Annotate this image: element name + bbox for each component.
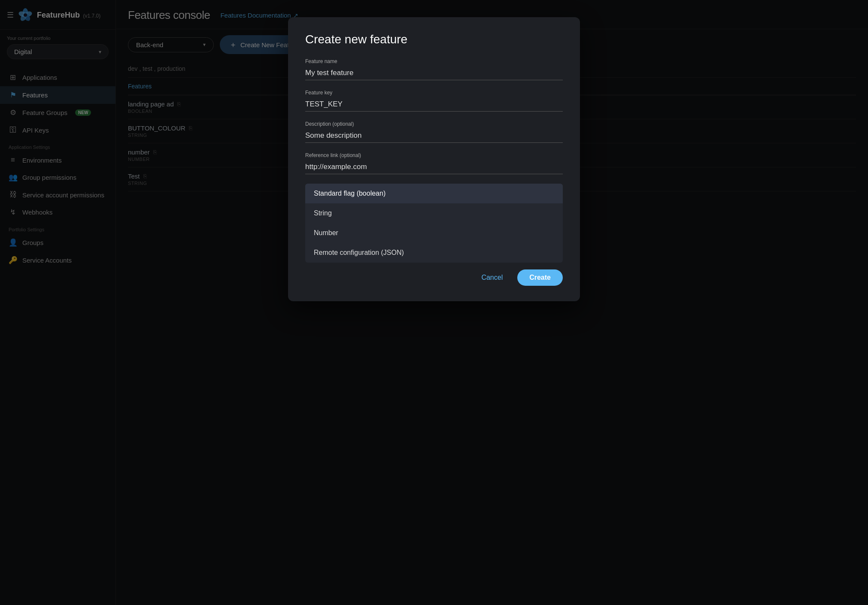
feature-name-value[interactable]: My test feature [305, 66, 563, 80]
description-label: Description (optional) [305, 121, 563, 127]
dropdown-item-label: Number [314, 229, 338, 237]
dropdown-item-label: Standard flag (boolean) [314, 190, 385, 197]
modal-actions: Cancel Create [305, 269, 563, 286]
dropdown-item-json[interactable]: Remote configuration (JSON) [305, 243, 563, 263]
dropdown-item-number[interactable]: Number [305, 223, 563, 243]
dropdown-item-string[interactable]: String [305, 203, 563, 223]
feature-name-label: Feature name [305, 58, 563, 64]
cancel-button[interactable]: Cancel [473, 269, 511, 286]
dropdown-item-label: String [314, 209, 332, 217]
create-feature-modal: Create new feature Feature name My test … [288, 17, 580, 301]
modal-overlay: Create new feature Feature name My test … [0, 0, 868, 605]
feature-key-label: Feature key [305, 90, 563, 96]
reference-link-group: Reference link (optional) http://example… [305, 152, 563, 174]
feature-key-group: Feature key TEST_KEY [305, 90, 563, 112]
feature-name-group: Feature name My test feature [305, 58, 563, 80]
description-group: Description (optional) Some description [305, 121, 563, 143]
description-value[interactable]: Some description [305, 129, 563, 143]
dropdown-item-label: Remote configuration (JSON) [314, 249, 404, 257]
feature-type-dropdown[interactable]: Standard flag (boolean) String Number Re… [305, 184, 563, 263]
reference-link-value[interactable]: http://example.com [305, 160, 563, 174]
dropdown-item-boolean[interactable]: Standard flag (boolean) [305, 184, 563, 203]
reference-link-label: Reference link (optional) [305, 152, 563, 158]
feature-key-value[interactable]: TEST_KEY [305, 97, 563, 112]
modal-title: Create new feature [305, 33, 563, 46]
create-button[interactable]: Create [517, 269, 563, 286]
